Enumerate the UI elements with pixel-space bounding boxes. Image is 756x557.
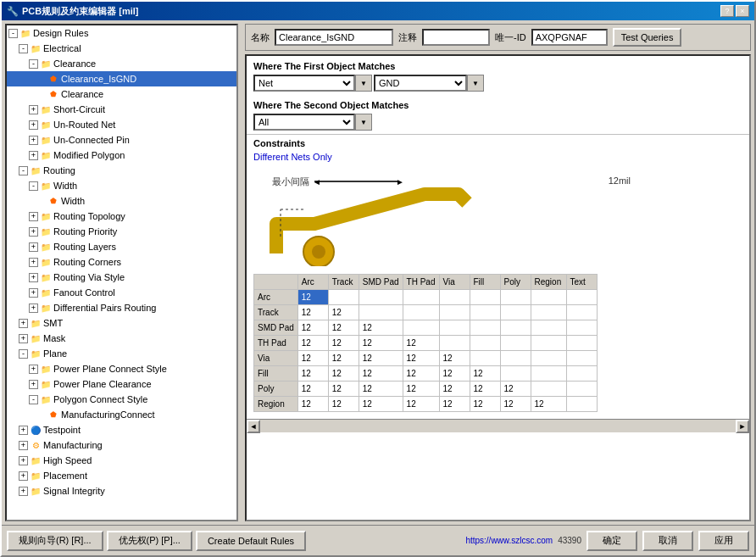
apply-button[interactable]: 应用 — [698, 531, 749, 551]
rule-name-input[interactable] — [275, 29, 393, 46]
cell-fill-arc[interactable]: 12 — [297, 366, 328, 382]
expand-clearance-group[interactable]: - — [29, 59, 38, 69]
tree-item-routing-topology[interactable]: + 📁 Routing Topology — [7, 209, 236, 224]
expand-electrical[interactable]: - — [19, 44, 28, 53]
cell-via-smdpad[interactable]: 12 — [359, 351, 403, 366]
cell-arc-thpad[interactable] — [403, 290, 439, 305]
cell-thpad-arc[interactable]: 12 — [297, 336, 328, 351]
cell-track-track[interactable]: 12 — [328, 305, 359, 320]
cell-smdpad-via[interactable] — [439, 320, 470, 336]
tree-item-unrouted-net[interactable]: + 📁 Un-Routed Net — [7, 117, 236, 132]
cell-via-poly[interactable] — [500, 351, 531, 366]
cell-poly-arc[interactable]: 12 — [297, 382, 328, 397]
tree-item-manufacturing[interactable]: + ⚙ Manufacturing — [7, 437, 236, 453]
tree-item-mask[interactable]: + 📁 Mask — [7, 331, 236, 346]
tree-item-manufacturing-connect[interactable]: ⬟ ManufacturingConnect — [7, 407, 236, 422]
expand-signal-integrity[interactable]: + — [19, 487, 28, 496]
cell-fill-fill[interactable]: 12 — [470, 366, 500, 382]
tree-item-diff-pairs[interactable]: + 📁 Differential Pairs Routing — [7, 300, 236, 315]
cell-fill-poly[interactable] — [500, 366, 531, 382]
cell-fill-region[interactable] — [531, 366, 566, 382]
cell-poly-track[interactable]: 12 — [328, 382, 359, 397]
cell-thpad-smdpad[interactable]: 12 — [359, 336, 403, 351]
cell-thpad-region[interactable] — [531, 336, 566, 351]
cell-via-arc[interactable]: 12 — [297, 351, 328, 366]
expand-routing-layers[interactable]: + — [29, 242, 38, 252]
expand-design-rules[interactable]: - — [8, 29, 18, 38]
cell-smdpad-poly[interactable] — [500, 320, 531, 336]
expand-fanout-control[interactable]: + — [29, 288, 38, 298]
tree-item-width-rule[interactable]: ⬟ Width — [7, 193, 236, 209]
test-queries-button[interactable]: Test Queries — [613, 28, 682, 47]
tree-item-polygon-connect[interactable]: - 📁 Polygon Connect Style — [7, 392, 236, 407]
cell-fill-smdpad[interactable]: 12 — [359, 366, 403, 382]
scroll-left-button[interactable]: ◄ — [247, 420, 260, 433]
cell-region-fill[interactable]: 12 — [470, 397, 500, 412]
cell-fill-text[interactable] — [566, 366, 597, 382]
unique-id-input[interactable] — [531, 29, 608, 46]
cell-region-text[interactable] — [566, 397, 597, 412]
tree-item-routing-layers[interactable]: + 📁 Routing Layers — [7, 239, 236, 254]
cell-smdpad-fill[interactable] — [470, 320, 500, 336]
cell-smdpad-track[interactable]: 12 — [328, 320, 359, 336]
expand-polygon-connect[interactable]: - — [29, 395, 38, 404]
cell-arc-text[interactable] — [566, 290, 597, 305]
cell-track-arc[interactable]: 12 — [297, 305, 328, 320]
expand-routing-priority[interactable]: + — [29, 227, 38, 237]
cell-smdpad-text[interactable] — [566, 320, 597, 336]
cell-via-track[interactable]: 12 — [328, 351, 359, 366]
cell-via-fill[interactable] — [470, 351, 500, 366]
cell-region-region[interactable]: 12 — [531, 397, 566, 412]
cell-track-fill[interactable] — [470, 305, 500, 320]
close-button[interactable]: × — [736, 5, 749, 17]
cell-smdpad-smdpad[interactable]: 12 — [359, 320, 403, 336]
cell-fill-track[interactable]: 12 — [328, 366, 359, 382]
comment-input[interactable] — [422, 29, 490, 46]
cell-via-via[interactable]: 12 — [439, 351, 470, 366]
tree-item-design-rules[interactable]: - 📁 Design Rules — [7, 25, 236, 41]
cell-region-track[interactable]: 12 — [328, 397, 359, 412]
cell-arc-arc[interactable]: 12 — [297, 290, 328, 305]
cell-thpad-text[interactable] — [566, 336, 597, 351]
cell-thpad-thpad[interactable]: 12 — [403, 336, 439, 351]
cell-via-thpad[interactable]: 12 — [403, 351, 439, 366]
expand-manufacturing[interactable]: + — [19, 441, 28, 450]
tree-item-high-speed[interactable]: + 📁 High Speed — [7, 453, 236, 468]
cell-via-region[interactable] — [531, 351, 566, 366]
tree-item-routing-priority[interactable]: + 📁 Routing Priority — [7, 224, 236, 239]
cell-region-poly[interactable]: 12 — [500, 397, 531, 412]
cell-fill-via[interactable]: 12 — [439, 366, 470, 382]
expand-high-speed[interactable]: + — [19, 456, 28, 465]
cell-track-poly[interactable] — [500, 305, 531, 320]
tree-item-clearance[interactable]: ⬟ Clearance — [7, 86, 236, 102]
cell-arc-via[interactable] — [439, 290, 470, 305]
cell-thpad-poly[interactable] — [500, 336, 531, 351]
tree-item-signal-integrity[interactable]: + 📁 Signal Integrity — [7, 483, 236, 499]
cell-thpad-fill[interactable] — [470, 336, 500, 351]
rule-wizard-button[interactable]: 规则向导(R) [R]... — [7, 531, 103, 551]
cell-region-via[interactable]: 12 — [439, 397, 470, 412]
cell-smdpad-region[interactable] — [531, 320, 566, 336]
tree-item-routing-corners[interactable]: + 📁 Routing Corners — [7, 254, 236, 270]
cell-poly-via[interactable]: 12 — [439, 382, 470, 397]
tree-item-placement[interactable]: + 📁 Placement — [7, 468, 236, 483]
first-match-type-dropdown[interactable]: ▼ — [355, 75, 372, 92]
cell-arc-smdpad[interactable] — [359, 290, 403, 305]
cell-region-smdpad[interactable]: 12 — [359, 397, 403, 412]
second-match-dropdown[interactable]: ▼ — [355, 114, 372, 131]
tree-item-plane[interactable]: - 📁 Plane — [7, 346, 236, 361]
cell-smdpad-thpad[interactable] — [403, 320, 439, 336]
cell-poly-poly[interactable]: 12 — [500, 382, 531, 397]
create-defaults-button[interactable]: Create Default Rules — [196, 531, 306, 551]
expand-unconnected-pin[interactable]: + — [29, 136, 38, 145]
expand-width[interactable]: - — [29, 181, 38, 191]
cell-arc-region[interactable] — [531, 290, 566, 305]
tree-item-width[interactable]: - 📁 Width — [7, 178, 236, 193]
cell-via-text[interactable] — [566, 351, 597, 366]
cell-poly-region[interactable] — [531, 382, 566, 397]
cell-region-thpad[interactable]: 12 — [403, 397, 439, 412]
cell-fill-thpad[interactable]: 12 — [403, 366, 439, 382]
cell-arc-poly[interactable] — [500, 290, 531, 305]
cancel-button[interactable]: 取消 — [642, 531, 693, 551]
tree-item-testpoint[interactable]: + 🔵 Testpoint — [7, 422, 236, 437]
